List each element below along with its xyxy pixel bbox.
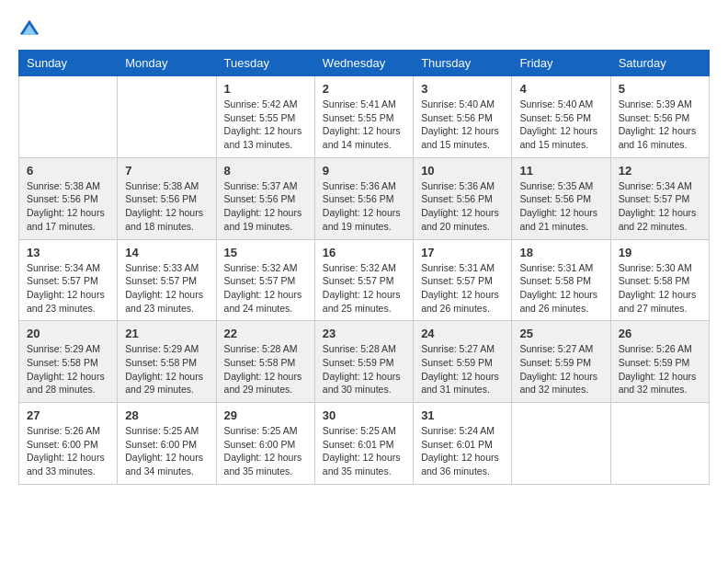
day-info: Sunrise: 5:26 AM Sunset: 5:59 PM Dayligh… bbox=[619, 342, 701, 396]
day-number: 14 bbox=[125, 246, 208, 259]
day-info: Sunrise: 5:41 AM Sunset: 5:55 PM Dayligh… bbox=[323, 98, 405, 152]
calendar-cell: 27Sunrise: 5:26 AM Sunset: 6:00 PM Dayli… bbox=[19, 403, 118, 485]
day-info: Sunrise: 5:25 AM Sunset: 6:00 PM Dayligh… bbox=[125, 424, 208, 478]
day-info: Sunrise: 5:25 AM Sunset: 6:00 PM Dayligh… bbox=[224, 424, 307, 478]
logo-icon bbox=[18, 18, 40, 40]
calendar-cell: 14Sunrise: 5:33 AM Sunset: 5:57 PM Dayli… bbox=[118, 239, 216, 321]
calendar-cell: 17Sunrise: 5:31 AM Sunset: 5:57 PM Dayli… bbox=[414, 239, 512, 321]
calendar-cell: 5Sunrise: 5:39 AM Sunset: 5:56 PM Daylig… bbox=[610, 76, 709, 158]
calendar-cell bbox=[610, 403, 709, 485]
week-row-1: 1Sunrise: 5:42 AM Sunset: 5:55 PM Daylig… bbox=[19, 76, 710, 158]
calendar-cell bbox=[19, 76, 118, 158]
day-info: Sunrise: 5:35 AM Sunset: 5:56 PM Dayligh… bbox=[519, 179, 602, 234]
calendar-cell: 6Sunrise: 5:38 AM Sunset: 5:56 PM Daylig… bbox=[19, 157, 118, 239]
calendar-cell: 22Sunrise: 5:28 AM Sunset: 5:58 PM Dayli… bbox=[216, 321, 314, 403]
day-info: Sunrise: 5:31 AM Sunset: 5:58 PM Dayligh… bbox=[519, 261, 602, 316]
day-number: 1 bbox=[224, 82, 307, 96]
day-info: Sunrise: 5:32 AM Sunset: 5:57 PM Dayligh… bbox=[323, 261, 405, 316]
day-number: 27 bbox=[27, 408, 109, 422]
calendar-cell: 20Sunrise: 5:29 AM Sunset: 5:58 PM Dayli… bbox=[19, 321, 118, 403]
day-number: 29 bbox=[224, 408, 307, 422]
day-number: 15 bbox=[224, 246, 307, 259]
day-number: 8 bbox=[224, 164, 307, 178]
day-number: 16 bbox=[323, 246, 405, 259]
calendar-cell: 29Sunrise: 5:25 AM Sunset: 6:00 PM Dayli… bbox=[216, 403, 314, 485]
day-number: 12 bbox=[619, 164, 701, 178]
day-number: 5 bbox=[619, 82, 701, 96]
calendar-cell: 15Sunrise: 5:32 AM Sunset: 5:57 PM Dayli… bbox=[216, 239, 314, 321]
calendar-cell bbox=[512, 403, 610, 485]
day-info: Sunrise: 5:28 AM Sunset: 5:59 PM Dayligh… bbox=[323, 342, 405, 396]
week-row-2: 6Sunrise: 5:38 AM Sunset: 5:56 PM Daylig… bbox=[19, 157, 710, 239]
column-header-thursday: Thursday bbox=[414, 51, 512, 76]
calendar-cell: 7Sunrise: 5:38 AM Sunset: 5:56 PM Daylig… bbox=[118, 157, 216, 239]
day-number: 21 bbox=[125, 327, 208, 340]
calendar-cell bbox=[118, 76, 216, 158]
day-info: Sunrise: 5:31 AM Sunset: 5:57 PM Dayligh… bbox=[421, 261, 504, 316]
week-row-3: 13Sunrise: 5:34 AM Sunset: 5:57 PM Dayli… bbox=[19, 239, 710, 321]
day-number: 17 bbox=[421, 246, 504, 259]
day-info: Sunrise: 5:40 AM Sunset: 5:56 PM Dayligh… bbox=[421, 98, 504, 152]
day-number: 26 bbox=[619, 327, 701, 340]
day-number: 7 bbox=[125, 164, 208, 178]
day-number: 6 bbox=[27, 164, 109, 178]
week-row-5: 27Sunrise: 5:26 AM Sunset: 6:00 PM Dayli… bbox=[19, 403, 710, 485]
day-number: 23 bbox=[323, 327, 405, 340]
column-header-monday: Monday bbox=[118, 51, 216, 76]
calendar-cell: 31Sunrise: 5:24 AM Sunset: 6:01 PM Dayli… bbox=[414, 403, 512, 485]
day-info: Sunrise: 5:42 AM Sunset: 5:55 PM Dayligh… bbox=[224, 98, 307, 152]
calendar-cell: 25Sunrise: 5:27 AM Sunset: 5:59 PM Dayli… bbox=[512, 321, 610, 403]
day-info: Sunrise: 5:38 AM Sunset: 5:56 PM Dayligh… bbox=[125, 179, 208, 234]
calendar-cell: 21Sunrise: 5:29 AM Sunset: 5:58 PM Dayli… bbox=[118, 321, 216, 403]
day-info: Sunrise: 5:26 AM Sunset: 6:00 PM Dayligh… bbox=[27, 424, 109, 478]
calendar-cell: 8Sunrise: 5:37 AM Sunset: 5:56 PM Daylig… bbox=[216, 157, 314, 239]
column-header-saturday: Saturday bbox=[610, 51, 709, 76]
day-info: Sunrise: 5:27 AM Sunset: 5:59 PM Dayligh… bbox=[519, 342, 602, 396]
day-info: Sunrise: 5:28 AM Sunset: 5:58 PM Dayligh… bbox=[224, 342, 307, 396]
logo bbox=[18, 18, 44, 40]
day-info: Sunrise: 5:33 AM Sunset: 5:57 PM Dayligh… bbox=[125, 261, 208, 316]
day-info: Sunrise: 5:27 AM Sunset: 5:59 PM Dayligh… bbox=[421, 342, 504, 396]
day-number: 31 bbox=[421, 408, 504, 422]
calendar-body: 1Sunrise: 5:42 AM Sunset: 5:55 PM Daylig… bbox=[19, 76, 710, 485]
column-header-friday: Friday bbox=[512, 51, 610, 76]
day-number: 13 bbox=[27, 246, 109, 259]
day-info: Sunrise: 5:30 AM Sunset: 5:58 PM Dayligh… bbox=[619, 261, 701, 316]
column-header-sunday: Sunday bbox=[19, 51, 118, 76]
calendar-cell: 18Sunrise: 5:31 AM Sunset: 5:58 PM Dayli… bbox=[512, 239, 610, 321]
day-number: 11 bbox=[519, 164, 602, 178]
calendar-header-row: SundayMondayTuesdayWednesdayThursdayFrid… bbox=[19, 51, 710, 76]
day-info: Sunrise: 5:24 AM Sunset: 6:01 PM Dayligh… bbox=[421, 424, 504, 478]
week-row-4: 20Sunrise: 5:29 AM Sunset: 5:58 PM Dayli… bbox=[19, 321, 710, 403]
day-info: Sunrise: 5:38 AM Sunset: 5:56 PM Dayligh… bbox=[27, 179, 109, 234]
day-info: Sunrise: 5:39 AM Sunset: 5:56 PM Dayligh… bbox=[619, 98, 701, 152]
day-info: Sunrise: 5:34 AM Sunset: 5:57 PM Dayligh… bbox=[27, 261, 109, 316]
day-number: 19 bbox=[619, 246, 701, 259]
calendar-cell: 3Sunrise: 5:40 AM Sunset: 5:56 PM Daylig… bbox=[414, 76, 512, 158]
day-info: Sunrise: 5:32 AM Sunset: 5:57 PM Dayligh… bbox=[224, 261, 307, 316]
calendar-cell: 24Sunrise: 5:27 AM Sunset: 5:59 PM Dayli… bbox=[414, 321, 512, 403]
calendar-cell: 11Sunrise: 5:35 AM Sunset: 5:56 PM Dayli… bbox=[512, 157, 610, 239]
calendar-cell: 1Sunrise: 5:42 AM Sunset: 5:55 PM Daylig… bbox=[216, 76, 314, 158]
day-info: Sunrise: 5:36 AM Sunset: 5:56 PM Dayligh… bbox=[421, 179, 504, 234]
day-info: Sunrise: 5:36 AM Sunset: 5:56 PM Dayligh… bbox=[323, 179, 405, 234]
page-header bbox=[18, 18, 710, 40]
day-number: 30 bbox=[323, 408, 405, 422]
calendar-cell: 19Sunrise: 5:30 AM Sunset: 5:58 PM Dayli… bbox=[610, 239, 709, 321]
calendar-table: SundayMondayTuesdayWednesdayThursdayFrid… bbox=[18, 50, 710, 485]
calendar-cell: 2Sunrise: 5:41 AM Sunset: 5:55 PM Daylig… bbox=[314, 76, 413, 158]
calendar-cell: 30Sunrise: 5:25 AM Sunset: 6:01 PM Dayli… bbox=[314, 403, 413, 485]
column-header-wednesday: Wednesday bbox=[314, 51, 413, 76]
day-info: Sunrise: 5:37 AM Sunset: 5:56 PM Dayligh… bbox=[224, 179, 307, 234]
calendar-cell: 9Sunrise: 5:36 AM Sunset: 5:56 PM Daylig… bbox=[314, 157, 413, 239]
day-number: 18 bbox=[519, 246, 602, 259]
day-number: 2 bbox=[323, 82, 405, 96]
day-number: 22 bbox=[224, 327, 307, 340]
day-number: 3 bbox=[421, 82, 504, 96]
day-number: 25 bbox=[519, 327, 602, 340]
day-number: 24 bbox=[421, 327, 504, 340]
day-number: 28 bbox=[125, 408, 208, 422]
day-number: 9 bbox=[323, 164, 405, 178]
day-info: Sunrise: 5:40 AM Sunset: 5:56 PM Dayligh… bbox=[519, 98, 602, 152]
column-header-tuesday: Tuesday bbox=[216, 51, 314, 76]
